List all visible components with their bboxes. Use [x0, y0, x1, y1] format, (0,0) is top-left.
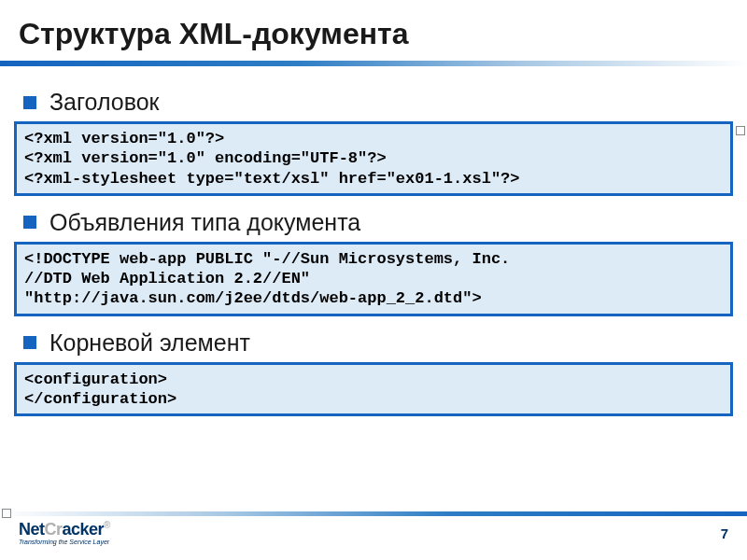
- decor-box-tr: [736, 126, 745, 135]
- code-block: <?xml version="1.0"?> <?xml version="1.0…: [14, 121, 733, 196]
- bullet-label: Объявления типа документа: [49, 209, 360, 236]
- bullet-item: Объявления типа документа: [23, 209, 733, 236]
- bullet-label: Корневой элемент: [49, 329, 250, 357]
- logo-post: acker: [63, 520, 105, 539]
- logo-mid: Cr: [45, 520, 63, 539]
- code-block: <configuration> </configuration>: [14, 362, 733, 417]
- logo: NetCracker® Transforming the Service Lay…: [19, 521, 110, 545]
- footer-content: NetCracker® Transforming the Service Lay…: [0, 516, 747, 545]
- code-block: <!DOCTYPE web-app PUBLIC "-//Sun Microsy…: [14, 242, 733, 316]
- title-underline: [0, 61, 747, 66]
- logo-pre: Net: [19, 520, 45, 539]
- bullet-item: Корневой элемент: [23, 329, 733, 357]
- bullet-item: Заголовок: [23, 89, 733, 116]
- bullet-label: Заголовок: [49, 89, 160, 116]
- logo-tagline: Transforming the Service Layer: [19, 539, 110, 545]
- bullet-icon: [23, 96, 36, 109]
- bullet-icon: [23, 216, 36, 229]
- bullet-icon: [23, 336, 36, 349]
- page-number: 7: [721, 525, 728, 541]
- slide: Структура XML-документа Заголовок <?xml …: [0, 0, 747, 560]
- logo-text: NetCracker®: [19, 521, 110, 538]
- logo-reg: ®: [104, 520, 110, 530]
- footer: NetCracker® Transforming the Service Lay…: [0, 511, 747, 560]
- slide-title: Структура XML-документа: [0, 0, 747, 61]
- content-area: Заголовок <?xml version="1.0"?> <?xml ve…: [0, 74, 747, 416]
